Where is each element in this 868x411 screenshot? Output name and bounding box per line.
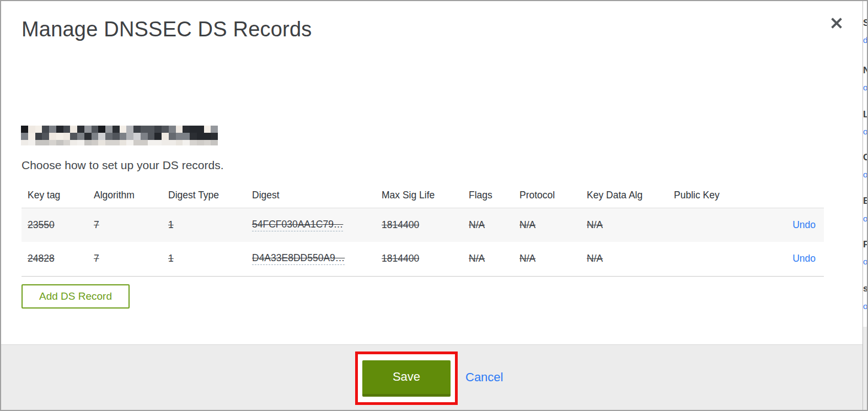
col-header-digest-type: Digest Type xyxy=(162,183,246,208)
digest-type-value: 1 xyxy=(168,253,174,264)
background-text-fragment: o xyxy=(863,83,867,92)
col-header-protocol: Protocol xyxy=(513,183,581,208)
add-ds-record-button[interactable]: Add DS Record xyxy=(22,284,130,309)
red-annotation-box: Save xyxy=(355,351,458,405)
background-text-fragment: s xyxy=(863,283,867,294)
modal-footer: Save Cancel xyxy=(1,344,862,410)
digest-type-value: 1 xyxy=(168,219,174,230)
background-text-fragment: S xyxy=(863,18,867,29)
key-tag-value: 24828 xyxy=(28,253,55,264)
col-header-key-data-alg: Key Data Alg xyxy=(581,183,668,208)
max-sig-life-value: 1814400 xyxy=(382,219,419,230)
algorithm-value: 7 xyxy=(94,253,99,264)
background-text-fragment: o xyxy=(863,301,867,311)
col-header-algorithm: Algorithm xyxy=(88,183,162,208)
table-row: 23550 7 1 54FCF030AA1C79… 1814400 N/A N/… xyxy=(22,208,824,242)
background-text-fragment: o xyxy=(863,170,867,179)
ds-records-table: Key tag Algorithm Digest Type Digest Max… xyxy=(22,183,824,277)
key-tag-value: 23550 xyxy=(28,219,55,230)
manage-dnssec-modal: Manage DNSSEC DS Records Choose how to s… xyxy=(1,1,863,410)
protocol-value: N/A xyxy=(519,219,535,230)
intro-text: Choose how to set up your DS records. xyxy=(22,159,224,172)
background-footer-sliver xyxy=(863,327,867,410)
table-row: 24828 7 1 D4A33E8DD550A9… 1814400 N/A N/… xyxy=(22,242,824,276)
digest-value: 54FCF030AA1C79… xyxy=(252,219,343,231)
close-icon[interactable] xyxy=(829,15,844,31)
undo-link[interactable]: Undo xyxy=(792,219,816,230)
col-header-digest: Digest xyxy=(246,183,376,208)
undo-link[interactable]: Undo xyxy=(792,253,816,264)
digest-value: D4A33E8DD550A9… xyxy=(252,252,345,265)
background-text-fragment: N xyxy=(863,65,867,76)
col-header-public-key: Public Key xyxy=(668,183,756,208)
background-page-strip: SdNoLoCoEoPoso xyxy=(863,1,867,410)
background-text-fragment: L xyxy=(863,109,867,120)
background-text-fragment: C xyxy=(863,152,867,163)
redacted-domain-name xyxy=(21,126,218,145)
cancel-link[interactable]: Cancel xyxy=(465,370,503,385)
algorithm-value: 7 xyxy=(94,219,99,230)
col-header-key-tag: Key tag xyxy=(22,183,88,208)
key-data-alg-value: N/A xyxy=(587,253,603,264)
background-text-fragment: o xyxy=(863,214,867,223)
background-text-fragment: E xyxy=(863,196,867,207)
background-text-fragment: d xyxy=(863,35,867,45)
col-header-flags: Flags xyxy=(463,183,513,208)
background-text-fragment: o xyxy=(863,257,867,266)
flags-value: N/A xyxy=(469,253,485,264)
background-text-fragment: o xyxy=(863,127,867,136)
col-header-max-sig-life: Max Sig Life xyxy=(376,183,463,208)
table-header-row: Key tag Algorithm Digest Type Digest Max… xyxy=(22,183,824,208)
page-title: Manage DNSSEC DS Records xyxy=(22,18,312,41)
flags-value: N/A xyxy=(469,219,485,230)
max-sig-life-value: 1814400 xyxy=(382,253,419,264)
background-text-fragment: P xyxy=(863,239,867,250)
save-button[interactable]: Save xyxy=(362,360,451,397)
key-data-alg-value: N/A xyxy=(587,219,603,230)
protocol-value: N/A xyxy=(519,253,535,264)
col-header-actions xyxy=(756,183,824,208)
